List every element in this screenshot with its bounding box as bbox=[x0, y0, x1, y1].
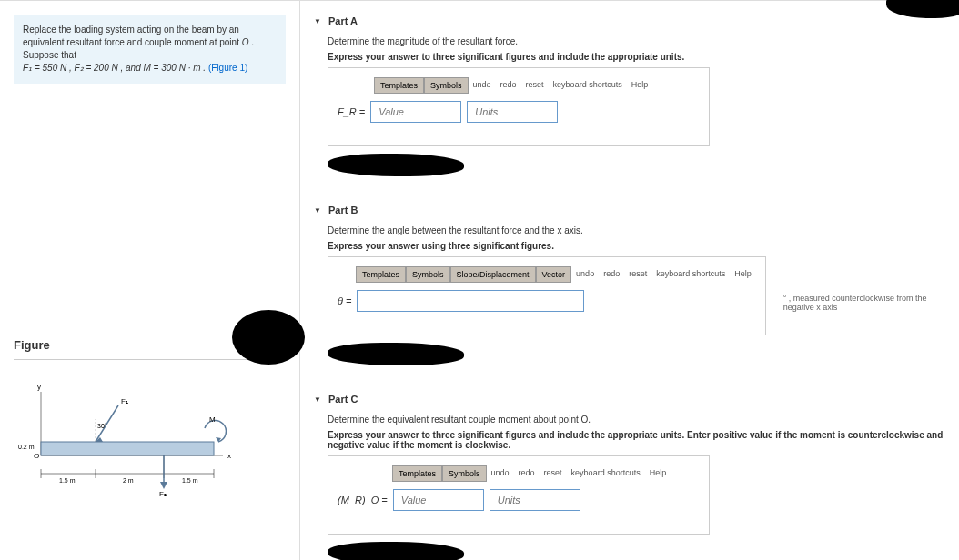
undo-button[interactable]: undo bbox=[571, 266, 599, 283]
problem-text: Replace the loading system acting on the… bbox=[23, 25, 242, 47]
axis-x: x bbox=[227, 452, 231, 460]
figure-link[interactable]: (Figure 1) bbox=[208, 63, 247, 73]
redaction-a bbox=[328, 154, 464, 176]
redo-button[interactable]: redo bbox=[599, 266, 624, 283]
label-F1: F₁ bbox=[121, 397, 128, 405]
part-b-answer-box: Templates Symbols Slope/Displacement Vec… bbox=[328, 256, 766, 335]
templates-button[interactable]: Templates bbox=[374, 77, 424, 94]
svg-marker-15 bbox=[160, 482, 167, 489]
redo-button[interactable]: redo bbox=[514, 465, 540, 482]
part-c: ▼ Part C Determine the equivalent result… bbox=[314, 388, 945, 560]
dim-h: 0.2 m bbox=[18, 444, 35, 450]
reset-button[interactable]: reset bbox=[624, 266, 651, 283]
undo-button[interactable]: undo bbox=[469, 77, 496, 94]
toolbar-c: Templates Symbols undo redo reset keyboa… bbox=[392, 465, 700, 482]
undo-button[interactable]: undo bbox=[487, 465, 514, 482]
templates-button[interactable]: Templates bbox=[356, 266, 406, 283]
collapse-icon: ▼ bbox=[314, 206, 321, 215]
part-a-answer-box: Templates Symbols undo redo reset keyboa… bbox=[328, 67, 710, 146]
help-button[interactable]: Help bbox=[627, 77, 653, 94]
part-a-header[interactable]: ▼ Part A bbox=[314, 10, 945, 32]
part-b-title: Part B bbox=[328, 205, 358, 215]
var-mro: (M_R)_O = bbox=[338, 495, 388, 505]
redaction-b bbox=[328, 343, 464, 365]
dim-2: 2 m bbox=[123, 477, 134, 484]
dim-1: 1.5 m bbox=[59, 477, 76, 484]
units-input-a[interactable] bbox=[467, 101, 558, 123]
value-input-a[interactable] bbox=[370, 101, 461, 123]
part-b-instr1: Determine the angle between the resultan… bbox=[328, 225, 945, 235]
part-c-instr1: Determine the equivalent resultant coupl… bbox=[328, 415, 945, 425]
symbols-button[interactable]: Symbols bbox=[424, 77, 469, 94]
kb-button[interactable]: keyboard shortcuts bbox=[567, 465, 645, 482]
left-column: Replace the loading system acting on the… bbox=[0, 1, 300, 560]
point-o: O bbox=[242, 37, 249, 47]
label-F2: F₂ bbox=[159, 490, 167, 496]
symbols-button[interactable]: Symbols bbox=[442, 465, 487, 482]
value-input-b[interactable] bbox=[357, 290, 584, 312]
dim-3: 1.5 m bbox=[182, 477, 198, 484]
label-M: M bbox=[209, 415, 216, 424]
part-a-title: Part A bbox=[328, 15, 358, 26]
part-c-answer-box: Templates Symbols undo redo reset keyboa… bbox=[328, 455, 710, 535]
redo-button[interactable]: redo bbox=[496, 77, 521, 94]
svg-rect-2 bbox=[41, 442, 214, 455]
var-fr: F_R = bbox=[338, 106, 365, 117]
part-a-instr2: Express your answer to three significant… bbox=[328, 52, 945, 62]
problem-eq: F₁ = 550 N , F₂ = 200 N , and M = 300 N … bbox=[23, 63, 208, 73]
toolbar-b: Templates Symbols Slope/Displacement Vec… bbox=[356, 266, 756, 283]
kb-button[interactable]: keyboard shortcuts bbox=[651, 266, 730, 283]
collapse-icon: ▼ bbox=[314, 17, 321, 25]
symbols-button[interactable]: Symbols bbox=[406, 266, 450, 283]
redaction-left bbox=[232, 310, 305, 365]
part-c-instr2: Express your answer to three significant… bbox=[328, 430, 945, 450]
vector-button[interactable]: Vector bbox=[536, 266, 572, 283]
value-input-c[interactable] bbox=[393, 489, 484, 511]
redaction-c bbox=[328, 542, 464, 560]
collapse-icon: ▼ bbox=[314, 395, 321, 404]
toolbar-a: Templates Symbols undo redo reset keyboa… bbox=[374, 77, 700, 94]
part-a: ▼ Part A Determine the magnitude of the … bbox=[314, 10, 945, 185]
label-O: O bbox=[34, 452, 39, 460]
help-button[interactable]: Help bbox=[645, 465, 671, 482]
reset-button[interactable]: reset bbox=[540, 465, 567, 482]
part-b-header[interactable]: ▼ Part B bbox=[314, 199, 945, 221]
part-c-title: Part C bbox=[328, 394, 358, 405]
reset-button[interactable]: reset bbox=[521, 77, 549, 94]
templates-button[interactable]: Templates bbox=[392, 465, 442, 482]
units-input-c[interactable] bbox=[490, 489, 580, 511]
slope-button[interactable]: Slope/Displacement bbox=[450, 266, 536, 283]
axis-y: y bbox=[37, 383, 41, 391]
var-theta: θ = bbox=[338, 295, 351, 306]
label-angle: 30° bbox=[97, 423, 107, 429]
part-c-header[interactable]: ▼ Part C bbox=[314, 388, 945, 410]
part-b-instr2: Express your answer using three signific… bbox=[328, 241, 945, 251]
help-button[interactable]: Help bbox=[730, 266, 756, 283]
part-b: ▼ Part B Determine the angle between the… bbox=[314, 199, 945, 375]
kb-button[interactable]: keyboard shortcuts bbox=[549, 77, 627, 94]
right-column: ▼ Part A Determine the magnitude of the … bbox=[300, 1, 959, 560]
hint-b: ° , measured counterclockwise from the n… bbox=[783, 294, 947, 312]
part-a-instr1: Determine the magnitude of the resultant… bbox=[328, 36, 945, 46]
figure-diagram: x y O 0.2 m 1.5 m 2 m 1.5 m bbox=[14, 378, 286, 498]
problem-statement: Replace the loading system acting on the… bbox=[14, 15, 286, 84]
